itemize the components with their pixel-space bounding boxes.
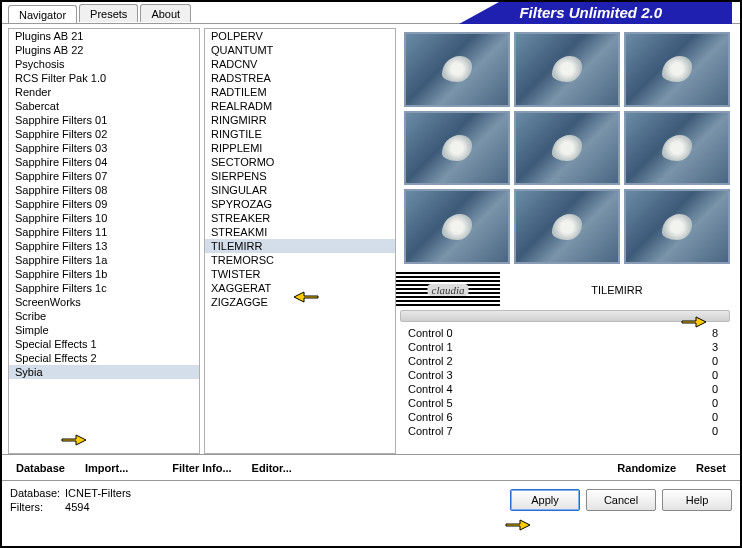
filter-item[interactable]: SPYROZAG — [205, 197, 395, 211]
control-label: Control 0 — [408, 327, 453, 339]
filter-item[interactable]: POLPERV — [205, 29, 395, 43]
filter-item[interactable]: TILEMIRR — [205, 239, 395, 253]
control-value: 8 — [712, 327, 730, 339]
filter-item[interactable]: SINGULAR — [205, 183, 395, 197]
header: Navigator Presets About Filters Unlimite… — [2, 2, 740, 24]
category-item[interactable]: Scribe — [9, 309, 199, 323]
filter-info-button[interactable]: Filter Info... — [164, 458, 239, 478]
filter-item[interactable]: SIERPENS — [205, 169, 395, 183]
footer-info: Database: ICNET-Filters Filters: 4594 — [10, 487, 131, 513]
control-label: Control 1 — [408, 341, 453, 353]
category-item[interactable]: Sapphire Filters 09 — [9, 197, 199, 211]
footer: Database: ICNET-Filters Filters: 4594 Ap… — [2, 480, 740, 518]
category-item[interactable]: Psychosis — [9, 57, 199, 71]
control-row[interactable]: Control 50 — [408, 396, 730, 410]
control-row[interactable]: Control 70 — [408, 424, 730, 438]
control-label: Control 7 — [408, 425, 453, 437]
filters-count-label: Filters: — [10, 501, 62, 513]
category-item[interactable]: Plugins AB 21 — [9, 29, 199, 43]
filter-item[interactable]: ZIGZAGGE — [205, 295, 395, 309]
tab-presets[interactable]: Presets — [79, 4, 138, 22]
preview-thumb[interactable] — [404, 111, 510, 186]
filter-item[interactable]: RINGTILE — [205, 127, 395, 141]
filter-item[interactable]: STREAKER — [205, 211, 395, 225]
preview-thumb[interactable] — [624, 32, 730, 107]
filter-list[interactable]: POLPERVQUANTUMTRADCNVRADSTREARADTILEMREA… — [204, 28, 396, 454]
category-item[interactable]: Render — [9, 85, 199, 99]
filter-item[interactable]: XAGGERAT — [205, 281, 395, 295]
right-panel: TILEMIRR Control 08Control 13Control 20C… — [400, 28, 734, 454]
category-item[interactable]: Sapphire Filters 04 — [9, 155, 199, 169]
category-item[interactable]: Sapphire Filters 11 — [9, 225, 199, 239]
filter-item[interactable]: TWISTER — [205, 267, 395, 281]
preview-thumb[interactable] — [514, 189, 620, 264]
import-button[interactable]: Import... — [77, 458, 136, 478]
control-value: 0 — [712, 383, 730, 395]
category-item[interactable]: Special Effects 2 — [9, 351, 199, 365]
category-item[interactable]: Sapphire Filters 01 — [9, 113, 199, 127]
cancel-button[interactable]: Cancel — [586, 489, 656, 511]
category-item[interactable]: Sabercat — [9, 99, 199, 113]
category-item[interactable]: Simple — [9, 323, 199, 337]
filter-item[interactable]: RADSTREA — [205, 71, 395, 85]
filter-item[interactable]: RADTILEM — [205, 85, 395, 99]
controls-list: Control 08Control 13Control 20Control 30… — [400, 326, 734, 454]
control-value: 0 — [712, 397, 730, 409]
database-button[interactable]: Database — [8, 458, 73, 478]
control-value: 0 — [712, 369, 730, 381]
filter-item[interactable]: RINGMIRR — [205, 113, 395, 127]
control-label: Control 6 — [408, 411, 453, 423]
preview-thumb[interactable] — [514, 111, 620, 186]
control-row[interactable]: Control 30 — [408, 368, 730, 382]
control-label: Control 4 — [408, 383, 453, 395]
preview-thumb[interactable] — [514, 32, 620, 107]
apply-button[interactable]: Apply — [510, 489, 580, 511]
control-value: 0 — [712, 355, 730, 367]
control-row[interactable]: Control 20 — [408, 354, 730, 368]
tab-about[interactable]: About — [140, 4, 191, 22]
category-item[interactable]: RCS Filter Pak 1.0 — [9, 71, 199, 85]
category-item[interactable]: Special Effects 1 — [9, 337, 199, 351]
category-item[interactable]: Sapphire Filters 10 — [9, 211, 199, 225]
category-item[interactable]: Sapphire Filters 08 — [9, 183, 199, 197]
filter-item[interactable]: TREMORSC — [205, 253, 395, 267]
filter-item[interactable]: SECTORMO — [205, 155, 395, 169]
reset-button[interactable]: Reset — [688, 458, 734, 478]
filter-name-band: TILEMIRR — [400, 272, 734, 308]
category-list[interactable]: Plugins AB 21Plugins AB 22PsychosisRCS F… — [8, 28, 200, 454]
current-filter-name: TILEMIRR — [500, 284, 734, 296]
category-item[interactable]: Sybia — [9, 365, 199, 379]
filter-item[interactable]: REALRADM — [205, 99, 395, 113]
category-item[interactable]: Sapphire Filters 1a — [9, 253, 199, 267]
control-row[interactable]: Control 13 — [408, 340, 730, 354]
filters-count-value: 4594 — [65, 501, 89, 513]
category-item[interactable]: Sapphire Filters 02 — [9, 127, 199, 141]
category-item[interactable]: ScreenWorks — [9, 295, 199, 309]
randomize-button[interactable]: Randomize — [609, 458, 684, 478]
help-button[interactable]: Help — [662, 489, 732, 511]
category-item[interactable]: Sapphire Filters 03 — [9, 141, 199, 155]
editor-button[interactable]: Editor... — [244, 458, 300, 478]
control-row[interactable]: Control 40 — [408, 382, 730, 396]
preview-thumb[interactable] — [624, 111, 730, 186]
tab-navigator[interactable]: Navigator — [8, 5, 77, 23]
main-area: Plugins AB 21Plugins AB 22PsychosisRCS F… — [2, 24, 740, 454]
preview-grid — [400, 28, 734, 268]
control-row[interactable]: Control 08 — [408, 326, 730, 340]
category-item[interactable]: Sapphire Filters 07 — [9, 169, 199, 183]
category-item[interactable]: Sapphire Filters 13 — [9, 239, 199, 253]
category-item[interactable]: Sapphire Filters 1b — [9, 267, 199, 281]
control-label: Control 5 — [408, 397, 453, 409]
category-item[interactable]: Plugins AB 22 — [9, 43, 199, 57]
preview-thumb[interactable] — [624, 189, 730, 264]
preview-thumb[interactable] — [404, 189, 510, 264]
category-item[interactable]: Sapphire Filters 1c — [9, 281, 199, 295]
filter-item[interactable]: STREAKMI — [205, 225, 395, 239]
filter-item[interactable]: RIPPLEMI — [205, 141, 395, 155]
control-row[interactable]: Control 60 — [408, 410, 730, 424]
control-value: 3 — [712, 341, 730, 353]
preview-thumb[interactable] — [404, 32, 510, 107]
filter-item[interactable]: QUANTUMT — [205, 43, 395, 57]
control-value: 0 — [712, 411, 730, 423]
filter-item[interactable]: RADCNV — [205, 57, 395, 71]
